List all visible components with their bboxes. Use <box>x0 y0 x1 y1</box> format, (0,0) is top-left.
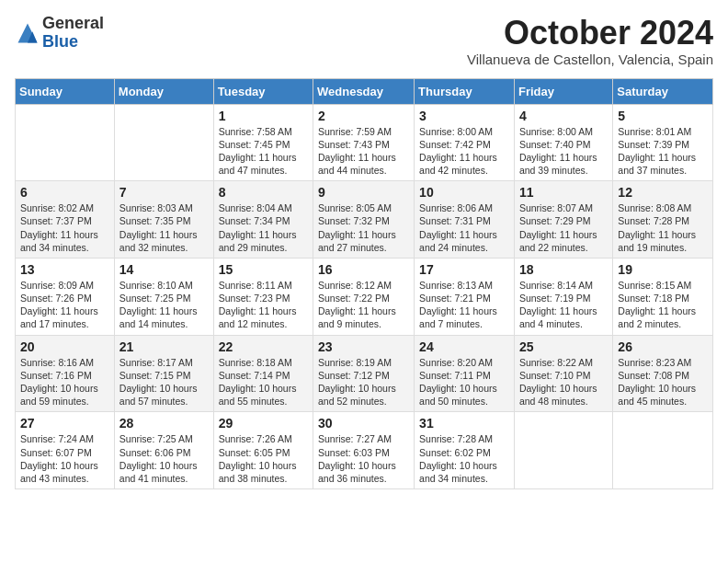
col-header-thursday: Thursday <box>415 78 515 104</box>
location-subtitle: Villanueva de Castellon, Valencia, Spain <box>467 52 713 67</box>
calendar-header-row: SundayMondayTuesdayWednesdayThursdayFrid… <box>16 78 713 104</box>
day-cell: 30Sunrise: 7:27 AMSunset: 6:03 PMDayligh… <box>313 412 415 489</box>
day-cell: 31Sunrise: 7:28 AMSunset: 6:02 PMDayligh… <box>415 412 515 489</box>
day-cell: 26Sunrise: 8:23 AMSunset: 7:08 PMDayligh… <box>613 335 713 412</box>
day-cell: 23Sunrise: 8:19 AMSunset: 7:12 PMDayligh… <box>313 335 415 412</box>
day-info: Sunrise: 8:12 AMSunset: 7:22 PMDaylight:… <box>318 279 409 331</box>
day-cell: 22Sunrise: 8:18 AMSunset: 7:14 PMDayligh… <box>213 335 313 412</box>
day-number: 6 <box>20 185 109 200</box>
day-cell: 12Sunrise: 8:08 AMSunset: 7:28 PMDayligh… <box>613 181 713 259</box>
day-cell <box>613 412 713 489</box>
day-number: 20 <box>20 339 109 354</box>
day-number: 31 <box>419 416 509 431</box>
day-info: Sunrise: 8:19 AMSunset: 7:12 PMDaylight:… <box>318 356 409 408</box>
page-header: General Blue October 2024 Villanueva de … <box>15 15 713 67</box>
day-number: 17 <box>419 262 509 277</box>
day-number: 9 <box>318 185 409 200</box>
week-row-5: 27Sunrise: 7:24 AMSunset: 6:07 PMDayligh… <box>16 412 713 489</box>
day-info: Sunrise: 8:13 AMSunset: 7:21 PMDaylight:… <box>419 279 509 331</box>
day-info: Sunrise: 8:03 AMSunset: 7:35 PMDaylight:… <box>119 201 209 254</box>
month-title: October 2024 <box>467 15 713 52</box>
week-row-4: 20Sunrise: 8:16 AMSunset: 7:16 PMDayligh… <box>16 335 713 412</box>
day-info: Sunrise: 8:10 AMSunset: 7:25 PMDaylight:… <box>119 279 209 331</box>
logo-blue: Blue <box>42 32 78 51</box>
day-cell: 9Sunrise: 8:05 AMSunset: 7:32 PMDaylight… <box>313 181 415 259</box>
day-info: Sunrise: 8:00 AMSunset: 7:40 PMDaylight:… <box>519 125 608 178</box>
day-number: 26 <box>618 339 708 354</box>
day-cell: 2Sunrise: 7:59 AMSunset: 7:43 PMDaylight… <box>313 104 415 181</box>
day-number: 7 <box>119 185 209 200</box>
day-cell: 14Sunrise: 8:10 AMSunset: 7:25 PMDayligh… <box>114 258 213 335</box>
day-number: 27 <box>20 416 109 431</box>
day-cell: 20Sunrise: 8:16 AMSunset: 7:16 PMDayligh… <box>16 335 115 412</box>
day-number: 18 <box>519 262 608 277</box>
col-header-wednesday: Wednesday <box>313 78 415 104</box>
day-info: Sunrise: 8:04 AMSunset: 7:34 PMDaylight:… <box>219 201 308 254</box>
day-info: Sunrise: 8:07 AMSunset: 7:29 PMDaylight:… <box>519 201 608 254</box>
day-info: Sunrise: 8:15 AMSunset: 7:18 PMDaylight:… <box>618 279 708 331</box>
day-cell: 5Sunrise: 8:01 AMSunset: 7:39 PMDaylight… <box>613 104 713 181</box>
col-header-saturday: Saturday <box>613 78 713 104</box>
day-number: 28 <box>119 416 209 431</box>
day-number: 5 <box>618 109 708 123</box>
day-info: Sunrise: 8:11 AMSunset: 7:23 PMDaylight:… <box>219 279 308 331</box>
day-info: Sunrise: 7:26 AMSunset: 6:05 PMDaylight:… <box>219 432 308 485</box>
logo: General Blue <box>15 15 104 52</box>
day-cell: 10Sunrise: 8:06 AMSunset: 7:31 PMDayligh… <box>415 181 515 259</box>
day-cell: 8Sunrise: 8:04 AMSunset: 7:34 PMDaylight… <box>213 181 313 259</box>
day-cell: 7Sunrise: 8:03 AMSunset: 7:35 PMDaylight… <box>114 181 213 259</box>
day-number: 22 <box>219 339 308 354</box>
day-info: Sunrise: 8:08 AMSunset: 7:28 PMDaylight:… <box>618 201 708 254</box>
day-info: Sunrise: 8:22 AMSunset: 7:10 PMDaylight:… <box>519 356 608 408</box>
day-info: Sunrise: 7:28 AMSunset: 6:02 PMDaylight:… <box>419 432 509 485</box>
day-number: 11 <box>519 185 608 200</box>
day-number: 14 <box>119 262 209 277</box>
day-cell: 29Sunrise: 7:26 AMSunset: 6:05 PMDayligh… <box>213 412 313 489</box>
col-header-tuesday: Tuesday <box>213 78 313 104</box>
day-number: 24 <box>419 339 509 354</box>
day-cell: 15Sunrise: 8:11 AMSunset: 7:23 PMDayligh… <box>213 258 313 335</box>
day-cell: 13Sunrise: 8:09 AMSunset: 7:26 PMDayligh… <box>16 258 115 335</box>
day-info: Sunrise: 8:18 AMSunset: 7:14 PMDaylight:… <box>219 356 308 408</box>
day-number: 1 <box>219 109 308 123</box>
day-cell <box>514 412 612 489</box>
day-cell: 27Sunrise: 7:24 AMSunset: 6:07 PMDayligh… <box>16 412 115 489</box>
day-info: Sunrise: 8:06 AMSunset: 7:31 PMDaylight:… <box>419 201 509 254</box>
logo-icon <box>15 20 40 46</box>
day-info: Sunrise: 7:24 AMSunset: 6:07 PMDaylight:… <box>20 432 109 485</box>
day-info: Sunrise: 8:00 AMSunset: 7:42 PMDaylight:… <box>419 125 509 178</box>
day-info: Sunrise: 7:59 AMSunset: 7:43 PMDaylight:… <box>318 125 409 178</box>
day-cell: 16Sunrise: 8:12 AMSunset: 7:22 PMDayligh… <box>313 258 415 335</box>
day-cell <box>16 104 115 181</box>
day-number: 29 <box>219 416 308 431</box>
day-info: Sunrise: 8:05 AMSunset: 7:32 PMDaylight:… <box>318 201 409 254</box>
day-number: 21 <box>119 339 209 354</box>
day-number: 12 <box>618 185 708 200</box>
day-info: Sunrise: 8:02 AMSunset: 7:37 PMDaylight:… <box>20 201 109 254</box>
week-row-1: 1Sunrise: 7:58 AMSunset: 7:45 PMDaylight… <box>16 104 713 181</box>
day-cell: 25Sunrise: 8:22 AMSunset: 7:10 PMDayligh… <box>514 335 612 412</box>
day-number: 19 <box>618 262 708 277</box>
day-number: 3 <box>419 109 509 123</box>
day-info: Sunrise: 8:14 AMSunset: 7:19 PMDaylight:… <box>519 279 608 331</box>
day-number: 25 <box>519 339 608 354</box>
logo-general: General <box>42 14 104 32</box>
day-number: 4 <box>519 109 608 123</box>
col-header-monday: Monday <box>114 78 213 104</box>
day-cell: 11Sunrise: 8:07 AMSunset: 7:29 PMDayligh… <box>514 181 612 259</box>
day-info: Sunrise: 7:58 AMSunset: 7:45 PMDaylight:… <box>219 125 308 178</box>
day-number: 16 <box>318 262 409 277</box>
day-info: Sunrise: 8:17 AMSunset: 7:15 PMDaylight:… <box>119 356 209 408</box>
day-info: Sunrise: 8:20 AMSunset: 7:11 PMDaylight:… <box>419 356 509 408</box>
day-info: Sunrise: 7:25 AMSunset: 6:06 PMDaylight:… <box>119 432 209 485</box>
day-number: 23 <box>318 339 409 354</box>
day-cell: 21Sunrise: 8:17 AMSunset: 7:15 PMDayligh… <box>114 335 213 412</box>
day-info: Sunrise: 8:09 AMSunset: 7:26 PMDaylight:… <box>20 279 109 331</box>
day-info: Sunrise: 8:23 AMSunset: 7:08 PMDaylight:… <box>618 356 708 408</box>
day-cell: 24Sunrise: 8:20 AMSunset: 7:11 PMDayligh… <box>415 335 515 412</box>
week-row-3: 13Sunrise: 8:09 AMSunset: 7:26 PMDayligh… <box>16 258 713 335</box>
day-cell <box>114 104 213 181</box>
col-header-sunday: Sunday <box>16 78 115 104</box>
day-cell: 17Sunrise: 8:13 AMSunset: 7:21 PMDayligh… <box>415 258 515 335</box>
day-cell: 4Sunrise: 8:00 AMSunset: 7:40 PMDaylight… <box>514 104 612 181</box>
